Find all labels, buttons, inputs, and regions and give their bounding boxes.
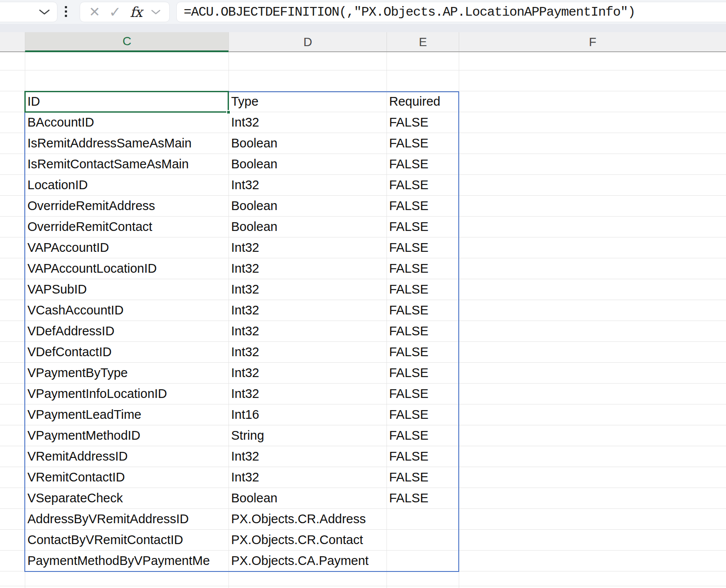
cell-type[interactable]: Int32	[229, 279, 387, 300]
spreadsheet-app: ✕ ✓ fx =ACU.OBJECTDEFINITION(,"PX.Object…	[0, 0, 726, 588]
table-row: VPaymentLeadTime Int16 FALSE	[0, 404, 726, 425]
enter-icon[interactable]: ✓	[109, 5, 121, 19]
formula-controls: ✕ ✓ fx	[80, 2, 170, 22]
cell-id[interactable]: VRemitAddressID	[25, 446, 229, 467]
cell-type[interactable]: Int16	[229, 404, 387, 425]
cell-type[interactable]: Boolean	[229, 133, 387, 154]
cell-required[interactable]: FALSE	[387, 363, 459, 383]
cell-id[interactable]: VPaymentInfoLocationID	[25, 384, 229, 404]
cell-required[interactable]: FALSE	[387, 258, 459, 279]
cell-type[interactable]: Int32	[229, 384, 387, 404]
cell-id[interactable]: BAccountID	[25, 112, 229, 133]
cell-type[interactable]: Int32	[229, 112, 387, 133]
table-row: VRemitContactID Int32 FALSE	[0, 467, 726, 488]
table-header-row: ID Type Required	[0, 91, 726, 112]
name-box-chevron-down-icon[interactable]	[39, 9, 50, 15]
cell-id[interactable]: OverrideRemitContact	[25, 217, 229, 237]
cell-required[interactable]	[387, 551, 459, 571]
cell-required[interactable]: FALSE	[387, 321, 459, 341]
table-row: LocationID Int32 FALSE	[0, 175, 726, 196]
cell-id[interactable]: VSeparateCheck	[25, 488, 229, 508]
cell-id[interactable]: VCashAccountID	[25, 300, 229, 321]
cell-required[interactable]: FALSE	[387, 133, 459, 154]
table-row: IsRemitAddressSameAsMain Boolean FALSE	[0, 133, 726, 154]
cell-required[interactable]: FALSE	[387, 175, 459, 195]
cell-id[interactable]: VAPSubID	[25, 279, 229, 300]
cell-type[interactable]: String	[229, 425, 387, 446]
cell-id[interactable]: VAPAccountLocationID	[25, 258, 229, 279]
cell-id[interactable]: IsRemitAddressSameAsMain	[25, 133, 229, 154]
cell-required[interactable]	[387, 509, 459, 529]
insert-function-icon[interactable]: fx	[130, 5, 142, 19]
column-header-f[interactable]: F	[459, 32, 726, 52]
cancel-icon[interactable]: ✕	[89, 5, 100, 19]
table-row: VDefContactID Int32 FALSE	[0, 342, 726, 363]
cell-id[interactable]: VDefContactID	[25, 342, 229, 362]
cell-required[interactable]: FALSE	[387, 384, 459, 404]
cell-type[interactable]: Int32	[229, 237, 387, 258]
vertical-ellipsis-divider	[65, 6, 67, 17]
cell-type[interactable]: Boolean	[229, 154, 387, 174]
column-header-e[interactable]: E	[387, 32, 459, 52]
cell-required[interactable]: FALSE	[387, 404, 459, 425]
column-header-c[interactable]: C	[25, 32, 229, 52]
cell-id[interactable]: LocationID	[25, 175, 229, 195]
table-row: VPaymentByType Int32 FALSE	[0, 363, 726, 384]
cell-required[interactable]: FALSE	[387, 300, 459, 321]
empty-row	[0, 571, 726, 586]
table-row: AddressByVRemitAddressID PX.Objects.CR.A…	[0, 509, 726, 530]
cell-type[interactable]: Int32	[229, 467, 387, 488]
cell-required[interactable]: FALSE	[387, 196, 459, 216]
cell-required-header[interactable]: Required	[387, 91, 459, 112]
empty-row	[0, 70, 726, 91]
cell-type[interactable]: Int32	[229, 258, 387, 279]
table-row: VAPSubID Int32 FALSE	[0, 279, 726, 300]
table-row: VSeparateCheck Boolean FALSE	[0, 488, 726, 509]
cell-required[interactable]: FALSE	[387, 237, 459, 258]
cell-type[interactable]: Boolean	[229, 217, 387, 237]
column-header-d[interactable]: D	[229, 32, 387, 52]
cell-required[interactable]: FALSE	[387, 279, 459, 300]
formula-input[interactable]: =ACU.OBJECTDEFINITION(,"PX.Objects.AP.Lo…	[176, 2, 726, 22]
cell-id[interactable]: VRemitContactID	[25, 467, 229, 488]
cell-required[interactable]	[387, 530, 459, 550]
cell-id[interactable]: PaymentMethodByVPaymentMe	[25, 551, 229, 571]
cell-required[interactable]: FALSE	[387, 446, 459, 467]
cell-type[interactable]: Int32	[229, 321, 387, 341]
cell-id[interactable]: VPaymentLeadTime	[25, 404, 229, 425]
cell-id[interactable]: IsRemitContactSameAsMain	[25, 154, 229, 174]
rows-container: ID Type Required BAccountID Int32 FALSE …	[0, 52, 726, 586]
cell-type[interactable]: Int32	[229, 300, 387, 321]
cell-type-header[interactable]: Type	[229, 91, 387, 112]
cell-id[interactable]: VDefAddressID	[25, 321, 229, 341]
cell-type[interactable]: Int32	[229, 175, 387, 195]
table-row: OverrideRemitContact Boolean FALSE	[0, 217, 726, 237]
cell-type[interactable]: PX.Objects.CA.Payment	[229, 551, 387, 571]
cell-type[interactable]: PX.Objects.CR.Contact	[229, 530, 387, 550]
cell-required[interactable]: FALSE	[387, 112, 459, 133]
name-box[interactable]	[0, 2, 57, 22]
column-header-b[interactable]	[0, 32, 25, 52]
cell-required[interactable]: FALSE	[387, 425, 459, 446]
cell-id-header[interactable]: ID	[25, 91, 229, 112]
cell-type[interactable]: Boolean	[229, 196, 387, 216]
cell-required[interactable]: FALSE	[387, 467, 459, 488]
cell-id[interactable]: VPaymentMethodID	[25, 425, 229, 446]
cell-required[interactable]: FALSE	[387, 217, 459, 237]
cell-type[interactable]: PX.Objects.CR.Address	[229, 509, 387, 529]
cell-id[interactable]: AddressByVRemitAddressID	[25, 509, 229, 529]
cell-id[interactable]: OverrideRemitAddress	[25, 196, 229, 216]
cell-required[interactable]: FALSE	[387, 342, 459, 362]
function-chevron-down-icon[interactable]	[151, 10, 161, 15]
formula-text: =ACU.OBJECTDEFINITION(,"PX.Objects.AP.Lo…	[184, 5, 635, 20]
cell-type[interactable]: Int32	[229, 342, 387, 362]
spreadsheet-grid[interactable]: ID Type Required BAccountID Int32 FALSE …	[0, 52, 726, 588]
cell-required[interactable]: FALSE	[387, 154, 459, 174]
cell-type[interactable]: Int32	[229, 446, 387, 467]
cell-id[interactable]: ContactByVRemitContactID	[25, 530, 229, 550]
cell-id[interactable]: VAPAccountID	[25, 237, 229, 258]
cell-required[interactable]: FALSE	[387, 488, 459, 508]
cell-id[interactable]: VPaymentByType	[25, 363, 229, 383]
cell-type[interactable]: Int32	[229, 363, 387, 383]
cell-type[interactable]: Boolean	[229, 488, 387, 508]
